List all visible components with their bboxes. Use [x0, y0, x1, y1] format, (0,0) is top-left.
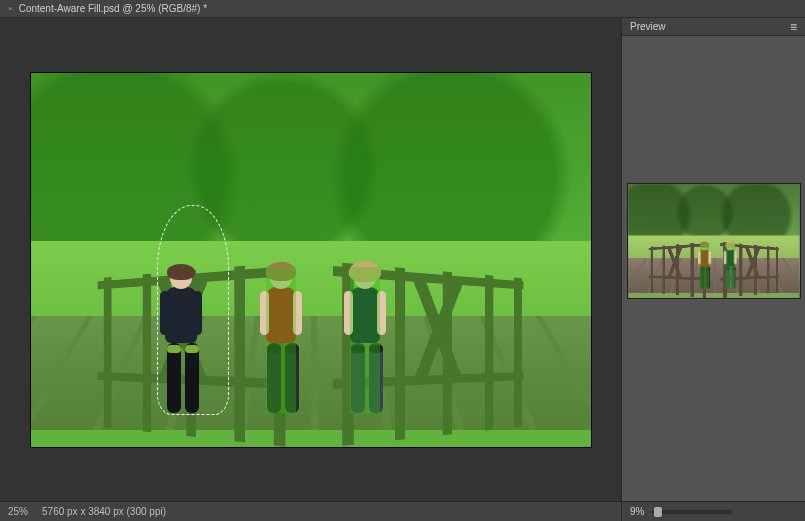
preview-zoom-slider[interactable] — [652, 510, 732, 514]
close-icon[interactable]: × — [8, 4, 13, 13]
document-title: Content-Aware Fill.psd @ 25% (RGB/8#) * — [19, 3, 207, 14]
preview-zoom-bar: 9% — [622, 501, 805, 521]
photo-person-middle — [266, 267, 296, 413]
document-tab-bar: × Content-Aware Fill.psd @ 25% (RGB/8#) … — [0, 0, 805, 18]
document-canvas[interactable] — [31, 73, 591, 447]
panel-menu-icon[interactable]: ≡ — [790, 21, 797, 33]
preview-spacer — [622, 36, 805, 184]
canvas-stage[interactable] — [0, 18, 621, 501]
sampling-overlay — [31, 73, 591, 447]
preview-panel-title: Preview — [630, 21, 666, 32]
preview-panel-header: Preview ≡ — [622, 18, 805, 36]
slider-knob[interactable] — [654, 507, 662, 517]
status-bar: 25% 5760 px x 3840 px (300 ppi) — [0, 501, 621, 521]
zoom-level[interactable]: 25% — [8, 506, 28, 517]
canvas-area: 25% 5760 px x 3840 px (300 ppi) — [0, 18, 621, 521]
preview-panel: Preview ≡ 9% — [621, 18, 805, 521]
preview-panel-body — [622, 36, 805, 501]
document-dimensions: 5760 px x 3840 px (300 ppi) — [42, 506, 166, 517]
workspace: 25% 5760 px x 3840 px (300 ppi) Preview … — [0, 18, 805, 521]
preview-thumbnail[interactable] — [628, 184, 800, 298]
photo-person-right — [350, 267, 380, 413]
preview-zoom-label: 9% — [630, 506, 644, 517]
photo-person-left-selected — [165, 267, 197, 413]
